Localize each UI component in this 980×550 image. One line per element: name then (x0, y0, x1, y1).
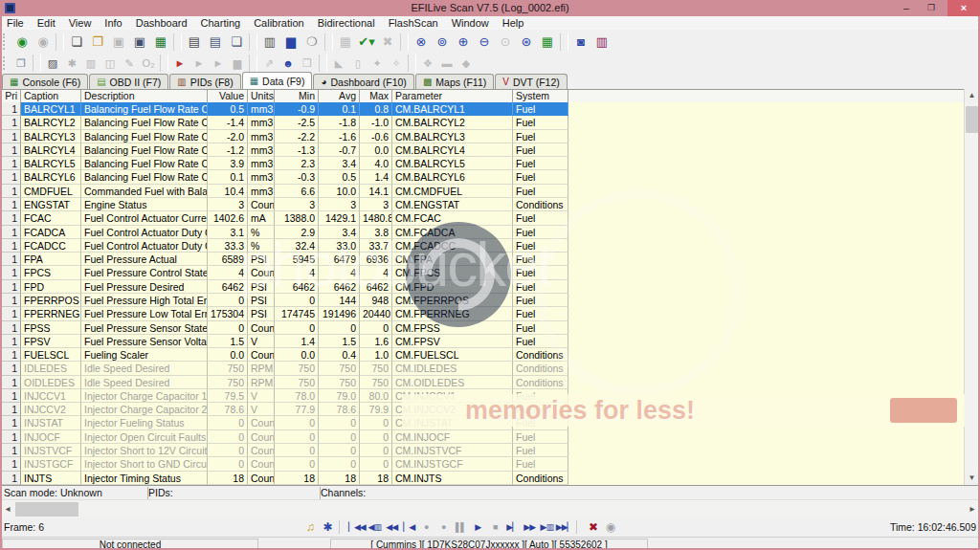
cell-system[interactable]: Conditions (513, 376, 568, 389)
cell-description[interactable]: Balancing Fuel Flow Rate Cylinder # (81, 116, 208, 129)
cell-parameter[interactable]: CM.FCADCA (392, 226, 513, 239)
cell-avg[interactable]: 78.6 (319, 403, 360, 416)
cell-value[interactable]: 18 (208, 472, 248, 485)
cell-caption[interactable]: FUELSCL (21, 348, 81, 362)
abort-button[interactable]: ✖ (586, 519, 602, 535)
cell-caption[interactable]: ENGSTAT (21, 198, 81, 211)
column-header-avg[interactable]: Avg (319, 90, 360, 103)
cell-caption[interactable]: IDLEDES (21, 362, 81, 375)
menu-item-edit[interactable]: Edit (31, 16, 62, 30)
table-row[interactable]: 1FPERRPOSFuel Pressure High Total Error0… (0, 294, 964, 307)
table-row[interactable]: 1FCADCAFuel Control Actuator Duty Cycle … (0, 226, 964, 239)
cell-caption[interactable]: BALRCYL5 (21, 157, 81, 170)
cell-min[interactable]: -0.9 (275, 102, 319, 116)
cell-value[interactable]: 6462 (208, 280, 248, 294)
pointer-icon[interactable]: ❍ (301, 33, 323, 52)
menu-item-help[interactable]: Help (496, 16, 531, 30)
cell-description[interactable]: Injector Charge Capacitor 1 Voltage (81, 389, 208, 403)
cell-max[interactable]: -1.0 (360, 116, 392, 129)
cell-avg[interactable]: 0 (319, 444, 360, 457)
cell-avg[interactable]: 6479 (319, 253, 360, 266)
tab-data-f9[interactable]: ▦Data (F9) (242, 72, 313, 89)
cell-description[interactable]: Fuel Control Actuator Duty Cycle Act (81, 226, 208, 239)
cell-description[interactable]: Injector Charge Capacitor 2 Voltage (81, 403, 208, 416)
cell-units[interactable]: % (248, 239, 275, 253)
cell-description[interactable]: Fuel Pressure Sensor Voltage (81, 335, 208, 348)
table-row[interactable]: 1OIDLEDESIdle Speed Desired750RPM7507507… (0, 376, 964, 389)
cell-units[interactable]: mA (248, 211, 275, 225)
cell-value[interactable]: -1.4 (208, 116, 248, 129)
horizontal-scroll-thumb[interactable] (15, 502, 78, 517)
table-row[interactable]: 1FPCSFuel Pressure Control State4Counts4… (0, 266, 964, 279)
table-row[interactable]: 1FPAFuel Pressure Actual6589PSI594564796… (0, 253, 964, 266)
cell-value[interactable]: 0 (208, 430, 248, 444)
cell-caption[interactable]: FPA (21, 253, 81, 266)
cell-max[interactable]: 6936 (360, 253, 392, 266)
cell-units[interactable]: mm3 (248, 170, 275, 184)
menu-item-window[interactable]: Window (445, 16, 496, 30)
table-row[interactable]: 1BALRCYL4Balancing Fuel Flow Rate Cylind… (0, 143, 964, 157)
cell-min[interactable]: 0 (275, 444, 319, 457)
cell-caption[interactable]: INJTS (21, 472, 81, 485)
cell-parameter[interactable]: CM.FPCS (392, 266, 513, 279)
cell-avg[interactable]: -1.6 (319, 130, 360, 143)
cell-max[interactable]: 1.4 (360, 170, 392, 184)
minimize-button[interactable]: – (896, 0, 917, 16)
cell-max[interactable]: 0.8 (360, 102, 392, 116)
cell-parameter[interactable]: CM.ENGSTAT (392, 198, 513, 211)
cell-description[interactable]: Fuel Pressure Control State (81, 266, 208, 279)
cell-description[interactable]: Balancing Fuel Flow Rate Cylinder # (81, 157, 208, 170)
user-icon[interactable]: ☻ (278, 55, 298, 71)
cell-system[interactable]: Fuel (513, 157, 568, 170)
cell-min[interactable]: 2.9 (275, 226, 319, 239)
cell-parameter[interactable]: CM.BALRCYL6 (392, 170, 513, 184)
cell-value[interactable]: 0 (208, 444, 248, 457)
cell-avg[interactable]: -0.7 (319, 143, 360, 157)
row-indicator[interactable]: 1 (0, 335, 21, 348)
cell-min[interactable]: -0.3 (275, 170, 319, 184)
cell-system[interactable]: Fuel (513, 444, 568, 457)
cell-avg[interactable]: 6462 (319, 280, 360, 294)
table-row[interactable]: 1BALRCYL2Balancing Fuel Flow Rate Cylind… (0, 116, 964, 129)
cell-caption[interactable]: FCAC (21, 211, 81, 225)
cell-units[interactable]: % (248, 226, 275, 239)
cell-min[interactable]: 78.0 (275, 389, 319, 403)
cell-caption[interactable]: BALRCYL6 (21, 170, 81, 184)
cell-parameter[interactable]: CM.INJSTGCF (392, 457, 513, 471)
row-indicator[interactable]: 1 (0, 403, 21, 416)
cell-description[interactable]: Fuel Pressure Sensor State (81, 321, 208, 335)
zoom-all-icon[interactable]: ⊛ (516, 33, 537, 52)
cell-min[interactable]: -2.5 (275, 116, 319, 129)
cell-value[interactable]: 3 (208, 198, 248, 211)
new-log-icon[interactable]: ❏ (66, 33, 87, 52)
cell-parameter[interactable]: CM.FPERRPOS (392, 294, 513, 307)
vehicle-icon[interactable]: ▆ (280, 33, 301, 52)
menu-item-file[interactable]: File (0, 16, 31, 30)
zoom-one-to-one-icon[interactable]: ⊚ (432, 33, 453, 52)
cell-value[interactable]: 0 (208, 416, 248, 429)
table-row[interactable]: 1BALRCYL5Balancing Fuel Flow Rate Cylind… (0, 157, 964, 170)
menu-item-calibration[interactable]: Calibration (247, 16, 311, 30)
table-row[interactable]: 1INJSTVCFInjector Short to 12V Circuit F… (0, 444, 964, 457)
cell-units[interactable]: V (248, 389, 275, 403)
monitor-icon[interactable]: ▦ (537, 33, 558, 52)
row-indicator[interactable]: 1 (0, 253, 21, 266)
cell-units[interactable]: mm3 (248, 116, 275, 129)
cell-max[interactable]: -0.6 (360, 130, 392, 143)
row-indicator[interactable]: 1 (0, 239, 21, 253)
export-log-icon[interactable]: ▦ (150, 33, 171, 52)
row-indicator[interactable]: 1 (0, 143, 21, 157)
cell-caption[interactable]: FCADCA (21, 226, 81, 239)
cell-min[interactable]: 0 (275, 294, 319, 307)
cell-value[interactable]: 79.5 (208, 389, 248, 403)
cell-max[interactable]: 750 (360, 376, 392, 389)
cell-avg[interactable]: 0.1 (319, 102, 360, 116)
table-row[interactable]: 1FCACFuel Control Actuator Current1402.6… (0, 211, 964, 225)
scroll-left-icon[interactable]: ◂ (0, 500, 15, 518)
menu-item-dashboard[interactable]: Dashboard (129, 16, 194, 30)
menu-item-charting[interactable]: Charting (194, 16, 248, 30)
cell-parameter[interactable]: CM.INJOCF (392, 430, 513, 444)
cell-caption[interactable]: FPERRPOS (21, 294, 81, 307)
cell-avg[interactable]: 3.4 (319, 226, 360, 239)
column-header-value[interactable]: Value (208, 90, 248, 103)
